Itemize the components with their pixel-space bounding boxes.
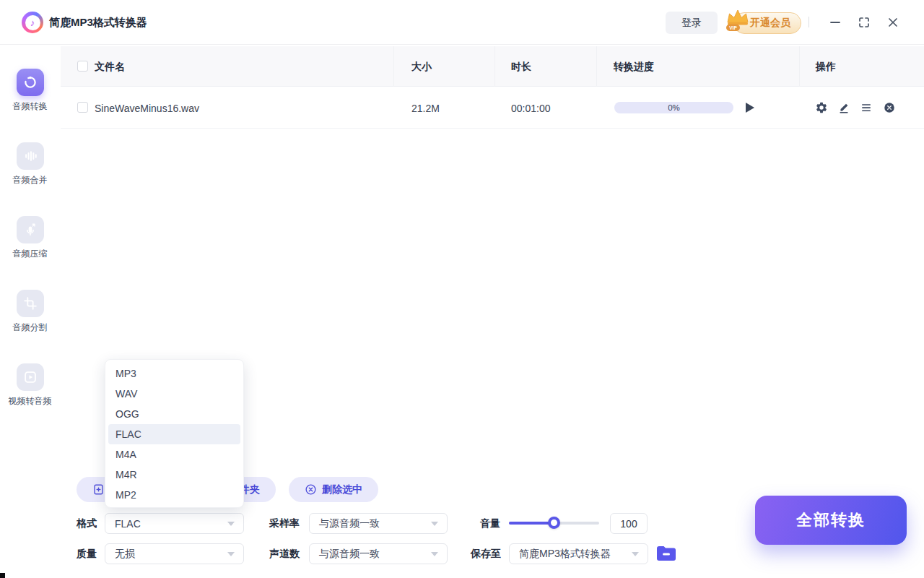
- column-header-progress: 转换进度: [614, 61, 654, 74]
- sidebar-item-audio-split[interactable]: 音频分割: [0, 290, 60, 334]
- file-name: SineWaveMinus16.wav: [95, 103, 199, 114]
- minimize-button[interactable]: [829, 16, 842, 29]
- column-header-size: 大小: [411, 61, 432, 74]
- sample-rate-label: 采样率: [269, 513, 300, 534]
- vip-crown-icon: VIP: [725, 7, 751, 32]
- row-checkbox[interactable]: [77, 102, 88, 113]
- volume-slider-fill: [509, 522, 554, 525]
- add-file-icon: [92, 483, 105, 496]
- chevron-down-icon: [227, 522, 235, 526]
- dropdown-option-wav[interactable]: WAV: [108, 384, 240, 404]
- file-size: 21.2M: [411, 103, 440, 114]
- close-button[interactable]: [886, 16, 899, 29]
- volume-slider[interactable]: [509, 522, 599, 525]
- sidebar-item-audio-merge[interactable]: 音频合并: [0, 142, 60, 186]
- open-folder-button[interactable]: [655, 543, 677, 564]
- audio-split-icon: [17, 290, 44, 317]
- convert-all-button[interactable]: 全部转换: [755, 496, 907, 545]
- sidebar-label: 视频转音频: [9, 395, 52, 407]
- save-to-value: 简鹿MP3格式转换器: [519, 548, 611, 561]
- channels-label: 声道数: [269, 543, 300, 564]
- chevron-down-icon: [431, 552, 438, 556]
- progress-bar: 0%: [614, 102, 733, 113]
- delete-circle-icon: [305, 483, 317, 496]
- chevron-down-icon: [227, 552, 235, 556]
- quality-value: 无损: [115, 548, 135, 561]
- login-button[interactable]: 登录: [666, 12, 718, 34]
- sidebar-item-video-to-audio[interactable]: 视频转音频: [0, 363, 60, 407]
- table-header: [61, 46, 924, 87]
- channels-select[interactable]: 与源音频一致: [309, 543, 448, 564]
- delete-selected-button[interactable]: 删除选中: [289, 477, 378, 502]
- file-duration: 00:01:00: [511, 103, 551, 114]
- dropdown-option-mp2[interactable]: MP2: [108, 485, 240, 505]
- settings-gear-icon[interactable]: [815, 101, 828, 114]
- progress-text: 0%: [668, 103, 680, 112]
- volume-slider-handle[interactable]: [548, 517, 560, 529]
- format-select[interactable]: FLAC: [105, 513, 244, 534]
- maximize-button[interactable]: [858, 16, 871, 29]
- sidebar-label: 音频合并: [13, 174, 48, 186]
- sidebar-label: 音频分割: [13, 322, 48, 334]
- format-value: FLAC: [115, 518, 141, 530]
- svg-text:VIP: VIP: [729, 25, 737, 30]
- column-header-name: 文件名: [95, 61, 125, 74]
- volume-label: 音量: [480, 513, 500, 534]
- format-label: 格式: [77, 513, 97, 534]
- remove-file-icon[interactable]: [883, 101, 896, 114]
- column-header-duration: 时长: [511, 61, 531, 74]
- chevron-down-icon: [632, 552, 639, 556]
- volume-input[interactable]: [610, 513, 648, 534]
- format-dropdown-menu: MP3 WAV OGG FLAC M4A M4R MP2: [105, 359, 244, 508]
- sample-rate-select[interactable]: 与源音频一致: [309, 513, 448, 534]
- sidebar-label: 音频压缩: [13, 248, 48, 260]
- sidebar-item-audio-convert[interactable]: 音频转换: [0, 69, 60, 113]
- file-info-list-icon[interactable]: [860, 101, 873, 114]
- video-to-audio-icon: [17, 363, 44, 391]
- titlebar-divider: [808, 17, 809, 27]
- column-header-actions: 操作: [816, 61, 836, 74]
- sample-rate-value: 与源音频一致: [319, 517, 380, 530]
- channels-value: 与源音频一致: [319, 548, 380, 561]
- app-logo-icon: ♪: [22, 12, 43, 33]
- audio-merge-icon: [17, 142, 44, 170]
- audio-convert-icon: [17, 69, 44, 96]
- sidebar-item-audio-compress[interactable]: 音频压缩: [0, 216, 60, 260]
- dropdown-option-mp3[interactable]: MP3: [108, 363, 240, 384]
- app-title: 简鹿MP3格式转换器: [49, 0, 147, 45]
- save-to-label: 保存至: [471, 543, 501, 564]
- select-all-checkbox[interactable]: [77, 61, 88, 72]
- app-window: ♪ 简鹿MP3格式转换器 登录 开通会员 VIP 音频转换: [0, 0, 924, 578]
- quality-select[interactable]: 无损: [105, 543, 244, 564]
- rename-pencil-icon[interactable]: [837, 101, 850, 114]
- quality-label: 质量: [77, 543, 97, 564]
- delete-selected-label: 删除选中: [322, 483, 362, 496]
- audio-compress-icon: [17, 216, 44, 243]
- dropdown-option-m4a[interactable]: M4A: [108, 444, 240, 465]
- save-to-select[interactable]: 简鹿MP3格式转换器: [509, 543, 648, 564]
- play-icon[interactable]: [746, 103, 754, 113]
- dropdown-option-m4r[interactable]: M4R: [108, 465, 240, 485]
- chevron-down-icon: [431, 522, 438, 526]
- dropdown-option-ogg[interactable]: OGG: [108, 404, 240, 424]
- screen-corner-artifact: [0, 573, 5, 578]
- sidebar-label: 音频转换: [13, 100, 48, 113]
- dropdown-option-flac[interactable]: FLAC: [108, 424, 240, 444]
